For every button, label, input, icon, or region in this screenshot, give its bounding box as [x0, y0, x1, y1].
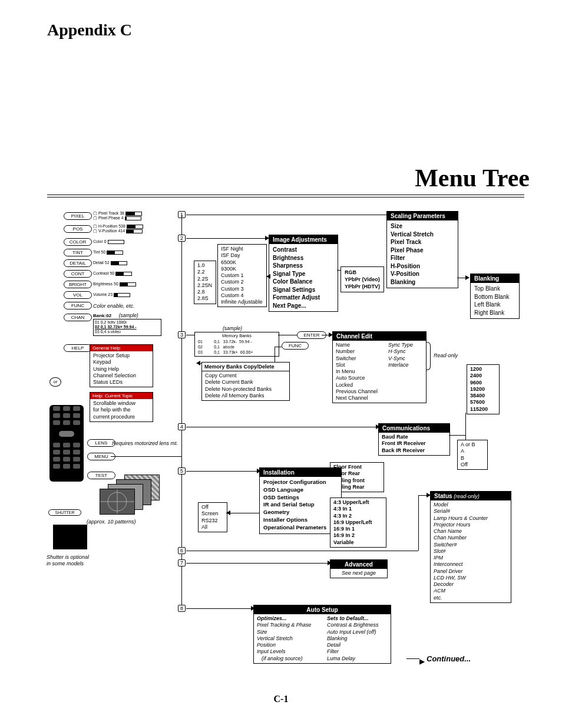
aspect-box: 4:3 Upper/Left4:3 In 14:3 In 216:9 Upper…	[330, 498, 386, 548]
key-bright: BRIGHT	[64, 281, 92, 288]
baud-box: 12002400960019200 3840057600115200	[467, 364, 500, 414]
num-8: 8	[178, 605, 186, 612]
chedit-box: Channel Edit NameNumberSwitcherSlot In M…	[332, 331, 427, 403]
readout-cont: Contrast 50	[93, 271, 132, 276]
isf-box: ISF NightISF Day6500K9300K Custom 1Custo…	[217, 244, 267, 307]
status-box: Status (read-only) ModelSerial#Lamp Hour…	[430, 491, 511, 603]
remote-icon	[49, 405, 84, 482]
gamma-box: 1.02.22.2S 2.2SN2.82.8S	[194, 261, 216, 304]
key-detail: DETAIL	[64, 259, 92, 267]
readout-tint: Tint 50	[93, 250, 123, 255]
key-pixel: PIXEL	[64, 212, 92, 220]
scaling-box: Scaling Parameters SizeVertical StretchP…	[386, 211, 458, 288]
shutter-note: Shutter is optionalin some models	[47, 554, 89, 567]
advanced-box: Advanced See next page	[330, 559, 388, 578]
key-func: FUNC	[64, 302, 92, 309]
menu-to-trunk	[111, 456, 181, 457]
continued-label: Continued...	[427, 654, 471, 663]
page-number: C-1	[0, 694, 562, 704]
num-6: 6	[178, 547, 186, 554]
readout-pixel: ▢ Pixel Track 38 ▢ Pixel Phase 4	[93, 211, 142, 221]
key-tint: TINT	[64, 249, 92, 256]
key-cont: CONT	[64, 270, 92, 278]
irsel-box: A or BABOff	[457, 440, 488, 470]
membanks-cd-box: Memory Banks Copy/Delete Copy CurrentDel…	[201, 362, 290, 401]
help-current-box: Help: Current Topic Scrollable windowfor…	[90, 392, 153, 422]
test-pattern-stack	[91, 475, 162, 522]
read-only-label: Read-only	[434, 353, 458, 359]
help-general-box: General Help Projector SetupKeypadUsing …	[90, 344, 153, 387]
brace-readonly	[427, 342, 431, 370]
blanking-box: Blanking Top BlankBottom BlankLeft Blank…	[470, 274, 520, 319]
num-5: 5	[178, 467, 186, 475]
imgadj-box: Image Adjustments ContrastBrightnessShar…	[269, 235, 338, 312]
shutter-icon	[53, 525, 87, 549]
lens-note: Requires motorized lens mt.	[112, 440, 178, 447]
autosetup-box: Auto Setup Optimizes... Pixel Tracking &…	[253, 605, 391, 664]
num-7: 7	[178, 559, 186, 566]
membanks-sample: Memory Banks 01 0,1 33.72k- 59.94 - 02 0…	[194, 332, 279, 357]
test-note: (approx. 10 patterns)	[87, 519, 136, 525]
rule-top2	[47, 197, 524, 197]
num-3: 3	[178, 331, 186, 338]
geom-box: OffScreenRS232All	[198, 502, 227, 532]
menu-trunk	[181, 456, 182, 608]
key-lens: LENS	[87, 439, 115, 447]
sigtype-box: RGBYPbPr (Video)YPbPr (HDTV)	[340, 266, 384, 292]
key-pos: POS	[64, 225, 92, 233]
readout-pos: ▢ H-Position 538 ▢ V-Position 414	[93, 224, 143, 234]
num-2: 2	[178, 235, 186, 242]
key-color: COLOR	[64, 238, 92, 246]
key-chan: CHAN	[64, 314, 92, 321]
continued-line	[406, 658, 419, 659]
readout-color: Color 0	[93, 239, 124, 244]
page-title: Menu Tree	[415, 164, 530, 192]
appendix-label: Appendix C	[47, 21, 132, 39]
arrow-icon: ▶	[419, 657, 425, 666]
readout-vol: Volume 23	[93, 292, 130, 297]
install-box: Installation Projector ConfigurationOSD …	[259, 467, 342, 534]
key-vol: VOL	[64, 291, 92, 299]
num-4: 4	[178, 423, 186, 430]
comms-box: Communications Baud RateFront IR Receive…	[378, 423, 450, 456]
key-help: HELP	[64, 344, 92, 352]
or-label: or	[49, 377, 61, 387]
readout-detail: Detail 52	[93, 261, 127, 265]
readout-chan: Bank:02 (sample) 01 0,2 hdtv 1080i 02 0,…	[93, 312, 161, 336]
mem-sample-label: (sample)	[223, 325, 242, 331]
readout-func: Color enable, etc.	[93, 303, 135, 309]
rule-top	[47, 195, 524, 195]
key-func2: FUNC	[282, 342, 309, 350]
key-shutter: SHUTTER	[48, 509, 81, 516]
readout-bright: Brightness 50	[93, 282, 136, 286]
